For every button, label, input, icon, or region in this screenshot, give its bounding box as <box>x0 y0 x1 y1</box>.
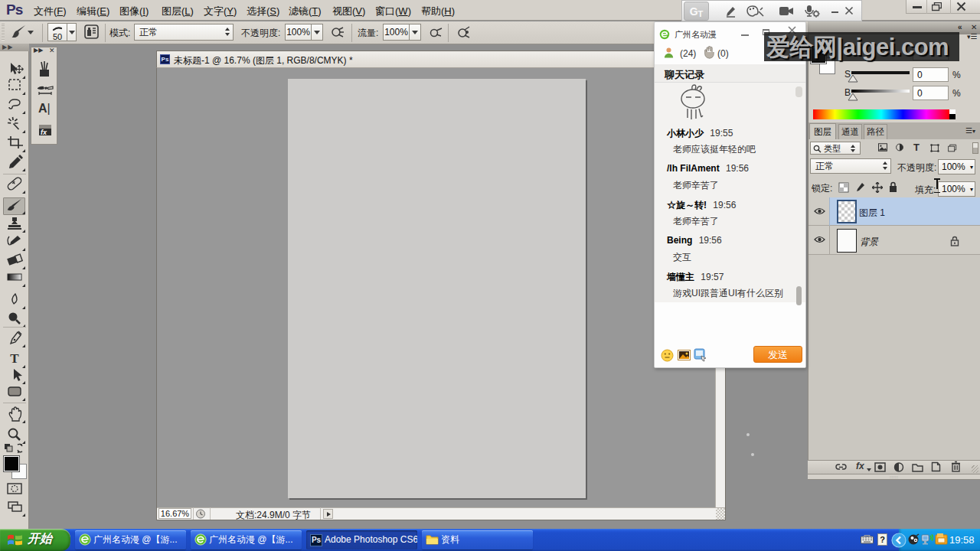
svg-text:fx: fx <box>41 129 47 136</box>
